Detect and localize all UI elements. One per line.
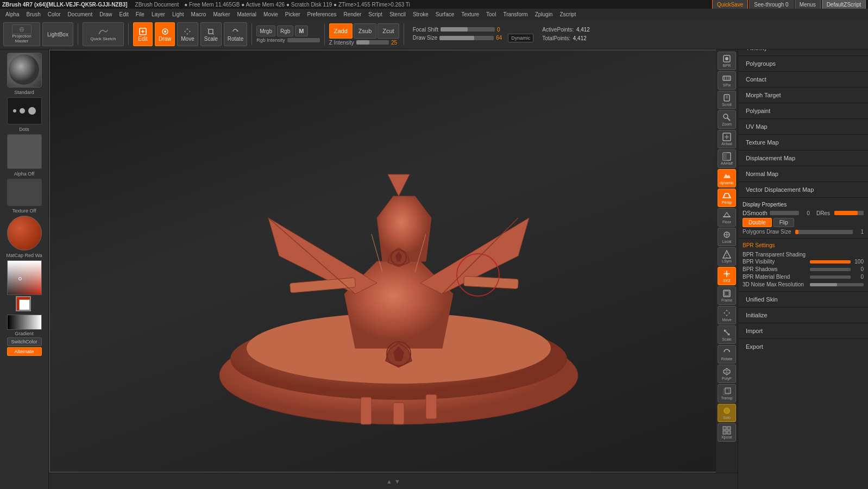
double-button[interactable]: Double <box>743 218 772 227</box>
unified-skin-item[interactable]: Unified Skin <box>743 294 864 305</box>
menu-edit[interactable]: Edit <box>116 10 132 18</box>
scroll-up-arrow[interactable]: ▲ <box>386 478 392 485</box>
zoom-icon-button[interactable]: Zoom <box>718 110 736 129</box>
menu-picker[interactable]: Picker <box>282 10 304 18</box>
menu-layer[interactable]: Layer <box>148 10 168 18</box>
menu-stroke[interactable]: Stroke <box>410 10 432 18</box>
bpr-material-blend-slider[interactable] <box>810 275 851 279</box>
background-color[interactable] <box>19 299 30 310</box>
bpr-visibility-slider[interactable] <box>810 260 851 264</box>
menu-document[interactable]: Document <box>65 10 96 18</box>
rotate-button[interactable]: Rotate <box>224 22 247 46</box>
menu-stencil[interactable]: Stencil <box>386 10 409 18</box>
flip-button[interactable]: Flip <box>773 218 794 227</box>
alternate-button[interactable]: Alternate <box>7 347 42 356</box>
menu-macro[interactable]: Macro <box>188 10 210 18</box>
canvas-area[interactable] <box>49 49 738 473</box>
spix-icon-button[interactable]: SPix <box>718 71 736 90</box>
zadd-button[interactable]: Zadd <box>329 23 353 39</box>
polypaint-item[interactable]: Polypaint <box>743 105 864 116</box>
vector-displacement-item[interactable]: Vector Displacement Map <box>743 184 864 195</box>
texture-map-item[interactable]: Texture Map <box>743 137 864 148</box>
local-button[interactable]: Local <box>718 228 736 246</box>
import-item[interactable]: Import <box>743 325 864 336</box>
lsym-button[interactable]: LSym <box>718 247 736 266</box>
brush-preview[interactable] <box>7 53 42 87</box>
gradient-swatch[interactable] <box>7 315 42 330</box>
focal-shift-slider[interactable] <box>441 27 495 32</box>
persp-button[interactable]: Persp <box>718 189 736 207</box>
menu-script[interactable]: Script <box>365 10 386 18</box>
menu-preferences[interactable]: Preferences <box>304 10 340 18</box>
menu-zplugin[interactable]: Zplugin <box>532 10 556 18</box>
scroll-down-arrow[interactable]: ▼ <box>394 478 400 485</box>
menu-draw[interactable]: Draw <box>96 10 115 18</box>
contact-item[interactable]: Contact <box>743 74 864 85</box>
edit-button[interactable]: Edit <box>133 22 153 46</box>
export-item[interactable]: Export <box>743 341 864 352</box>
default-zscript-button[interactable]: DefaultZScript <box>822 0 866 10</box>
z-intensity-slider[interactable] <box>356 40 389 45</box>
alpha-preview[interactable] <box>7 134 42 169</box>
syz-button[interactable]: SYZ <box>718 267 736 285</box>
move-view-button[interactable]: Move <box>718 306 736 324</box>
m-button[interactable]: M <box>295 26 307 36</box>
move-button[interactable]: Move <box>177 22 198 46</box>
displacement-map-item[interactable]: Displacement Map <box>743 153 864 164</box>
menu-texture[interactable]: Texture <box>458 10 482 18</box>
see-through-button[interactable]: See-through 0 <box>749 0 793 10</box>
menus-button[interactable]: Menus <box>795 0 821 10</box>
polygons-draw-slider[interactable] <box>795 230 853 234</box>
aahalf-icon-button[interactable]: AAHalf <box>718 149 736 168</box>
uv-map-item[interactable]: UV Map <box>743 121 864 132</box>
stroke-preview[interactable] <box>7 97 42 124</box>
mrgb-button[interactable]: Mrgb <box>256 26 275 36</box>
floor-button[interactable]: Floor <box>718 208 736 227</box>
zsub-button[interactable]: Zsub <box>354 23 376 39</box>
menu-zscript[interactable]: Zscript <box>556 10 579 18</box>
draw-size-slider[interactable] <box>439 36 494 40</box>
quicksave-button[interactable]: QuickSave <box>712 0 748 10</box>
normal-map-item[interactable]: Normal Map <box>743 168 864 179</box>
scale-view-button[interactable]: Scale <box>718 325 736 344</box>
menu-alpha[interactable]: Alpha <box>2 10 23 18</box>
rotate-view-button[interactable]: Rotate <box>718 345 736 363</box>
menu-render[interactable]: Render <box>341 10 365 18</box>
rgb-intensity-slider[interactable] <box>287 38 320 42</box>
menu-file[interactable]: File <box>133 10 148 18</box>
menu-transform[interactable]: Transform <box>500 10 531 18</box>
polyf-button[interactable]: PolyF <box>718 365 736 383</box>
scroll-icon-button[interactable]: Scroll <box>718 91 736 109</box>
transp-button[interactable]: Transp <box>718 384 736 403</box>
frame-button[interactable]: Frame <box>718 286 736 305</box>
bpr-noise-slider[interactable] <box>810 283 864 286</box>
switch-color-button[interactable]: SwitchColor <box>7 337 42 346</box>
draw-button[interactable]: Draw <box>155 22 175 46</box>
bpr-shadows-slider[interactable] <box>810 268 851 271</box>
polygroups-item[interactable]: Polygroups <box>743 58 864 69</box>
initialize-item[interactable]: Initialize <box>743 310 864 321</box>
quick-sketch-button[interactable]: Quick Sketch <box>83 22 124 46</box>
lightbox-button[interactable]: LightBox <box>42 22 73 46</box>
projection-master-button[interactable]: Projection Master <box>3 22 40 46</box>
menu-movie[interactable]: Movie <box>260 10 281 18</box>
actual-icon-button[interactable]: Actual <box>718 130 736 148</box>
menu-material[interactable]: Material <box>234 10 260 18</box>
color-gradient[interactable] <box>7 260 42 295</box>
scale-button[interactable]: Scale <box>200 22 222 46</box>
menu-brush[interactable]: Brush <box>23 10 44 18</box>
zcut-button[interactable]: Zcut <box>378 23 399 39</box>
menu-light[interactable]: Light <box>169 10 187 18</box>
texture-preview[interactable] <box>7 179 42 206</box>
material-preview[interactable] <box>7 216 42 250</box>
morph-target-item[interactable]: Morph Target <box>743 90 864 101</box>
solo-button[interactable]: Solo <box>718 404 736 422</box>
menu-marker[interactable]: Marker <box>210 10 233 18</box>
bpr-icon-button[interactable]: BPR <box>718 52 736 70</box>
menu-tool[interactable]: Tool <box>483 10 499 18</box>
menu-color[interactable]: Color <box>45 10 64 18</box>
dynamic-button[interactable]: Dynamic <box>508 34 533 42</box>
rgb-button[interactable]: Rgb <box>277 26 293 36</box>
xpose-button[interactable]: Xpose <box>718 423 736 442</box>
menu-surface[interactable]: Surface <box>432 10 457 18</box>
